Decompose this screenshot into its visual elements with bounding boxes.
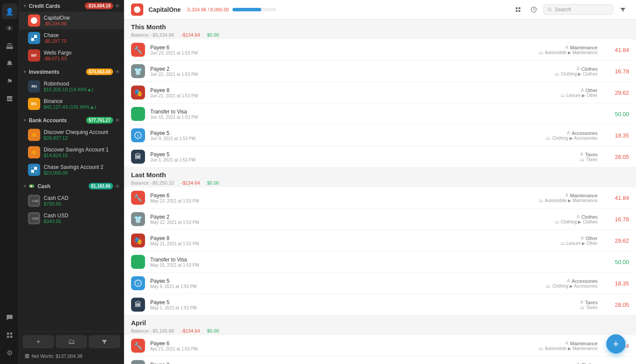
add-account-button[interactable]: + xyxy=(23,335,54,348)
top-bar-icons xyxy=(512,3,629,16)
search-input[interactable] xyxy=(555,7,609,13)
txn-amount-t1: 41.84 xyxy=(603,47,629,53)
transaction-row-lm1[interactable]: 🔧 Payee 6 May 23, 2021 at 1:53 PM A Main… xyxy=(124,187,636,209)
search-box xyxy=(543,4,613,15)
txn-info-t6: Payee 5 Jun 1, 2021 at 1:53 PM xyxy=(150,151,505,162)
transaction-row-lm4[interactable]: Transfer to Visa May 15, 2021 at 1:53 PM… xyxy=(124,251,636,273)
transaction-row-lm2[interactable]: 👕 Payee 2 May 22, 2021 at 1:53 PM A Clot… xyxy=(124,209,636,230)
add-fab-button[interactable]: + xyxy=(606,334,626,354)
txn-icon-t6: 🏛 xyxy=(131,150,145,164)
txn-info-t4: Transfer to Visa Jun 15, 2021 at 1:53 PM xyxy=(150,109,505,120)
account-name-chase-sav: Chase Savings Account 2 xyxy=(44,164,120,170)
filter-button[interactable] xyxy=(89,335,120,348)
svg-point-16 xyxy=(32,133,36,137)
sidebar-section-header-cash[interactable]: ▼ 💵 Cash $1,183.86 👁 xyxy=(19,180,124,192)
main-content: C1 CapitalOne -5,334.96 / 8,000.00 xyxy=(124,0,636,364)
txn-category-t6: A Taxes 🗂 Taxes xyxy=(510,152,598,162)
sidebar-item-eye[interactable]: 👁 xyxy=(2,21,17,37)
transaction-row-t3[interactable]: 🎭 Payee 8 Jun 21, 2021 at 1:53 PM A Othe… xyxy=(124,82,636,103)
transaction-row-t4[interactable]: Transfer to Visa Jun 15, 2021 at 1:53 PM… xyxy=(124,103,636,125)
txn-name-ap1: Payee 6 xyxy=(150,340,505,347)
sidebar-item-settings[interactable]: ⚙ xyxy=(2,345,17,361)
sidebar-section-header-credit-cards[interactable]: ▼ Credit Cards -$16,604.19 👁 xyxy=(19,0,124,12)
sidebar-account-chase-sav[interactable]: Chase Savings Account 2 $23,000.00 xyxy=(19,161,124,179)
txn-name-lm1: Payee 6 xyxy=(150,192,505,199)
transaction-row-lm3[interactable]: 🎭 Payee 8 May 21, 2021 at 1:53 PM A Othe… xyxy=(124,230,636,251)
sidebar-section-header-investments[interactable]: ▼ Investments $74,663.44 👁 xyxy=(19,66,124,78)
txn-cat-secondary-t2: 🗂 Clothing ▶ Clothes xyxy=(510,72,598,76)
account-name-discover-chq: Discover Chequing Account xyxy=(44,129,120,135)
month-summary-last-month: Balance: -$5,250.32 -$134.64 $0.00 xyxy=(131,180,629,185)
account-icon-discover-chq xyxy=(28,129,40,141)
sidebar-account-capital-one[interactable]: C1 CapitalOne -$5,334.96 xyxy=(19,12,124,29)
chevron-icon: ▼ xyxy=(23,3,27,8)
eye-icon-bank[interactable]: 👁 xyxy=(115,117,120,124)
eye-icon-investments[interactable]: 👁 xyxy=(115,69,120,75)
transaction-row-t6[interactable]: 🏛 Payee 5 Jun 1, 2021 at 1:53 PM A Taxes… xyxy=(124,146,636,168)
sidebar-account-discover-sav[interactable]: Discover Savings Account 1 $14,824.15 xyxy=(19,144,124,161)
txn-name-t2: Payee 2 xyxy=(150,66,505,72)
txn-cat-secondary-ap1: 🗂 Automobile ▶ Maintenance xyxy=(510,346,598,351)
eye-icon-cash[interactable]: 👁 xyxy=(115,183,120,189)
account-name-cash-cad: Cash CAD xyxy=(44,195,120,201)
section-badge-bank: $77,761.27 xyxy=(86,117,113,124)
transaction-row-ap2[interactable]: 👕 Payee 2 Apr 22, 2021 at 1:53 PM A Clot… xyxy=(124,357,636,364)
folder-button[interactable]: 🗂 xyxy=(56,335,87,348)
transaction-row-ap1[interactable]: 🔧 Payee 6 Apr 23, 2021 at 1:53 PM A Main… xyxy=(124,335,636,357)
account-name-chase: Chase xyxy=(44,32,120,38)
account-info-chase: Chase -$5,197.70 xyxy=(44,32,120,44)
account-balance-cash-cad: $759.56 xyxy=(44,201,120,206)
month-header-april: April Balance: -$5,165.68 -$134.64 $0.00 xyxy=(124,316,636,335)
txn-cat-primary-lm2: A Clothes xyxy=(510,214,598,220)
sidebar-item-avatar[interactable]: 👤 xyxy=(2,3,17,19)
transaction-row-lm5[interactable]: Payee 5 May 9, 2021 at 1:53 PM A Accesso… xyxy=(124,273,636,294)
txn-cat-primary-t1: A Maintenance xyxy=(510,45,598,50)
chevron-icon-bank: ▼ xyxy=(23,118,27,123)
sidebar-account-discover-chq[interactable]: Discover Chequing Account $39,937.12 xyxy=(19,126,124,144)
transaction-row-lm6[interactable]: 🏛 Payee 5 May 1, 2021 at 1:53 PM A Taxes… xyxy=(124,294,636,316)
account-balance-chase: -$5,197.70 xyxy=(44,38,120,44)
transaction-row-t1[interactable]: 🔧 Payee 6 Jun 23, 2021 at 1:53 PM A Main… xyxy=(124,39,636,61)
txn-name-lm2: Payee 2 xyxy=(150,214,505,220)
sidebar-account-binance[interactable]: BN Binance $45,127.43 (191.94%▲) xyxy=(19,95,124,113)
svg-point-18 xyxy=(32,150,36,155)
clock-button[interactable] xyxy=(528,3,540,16)
transaction-row-t2[interactable]: 👕 Payee 2 Jun 22, 2021 at 1:53 PM A Clot… xyxy=(124,61,636,82)
sidebar-account-cash-usd[interactable]: USD Cash USD $343.55 xyxy=(19,209,124,227)
sidebar-account-cash-cad[interactable]: CAD Cash CAD $759.56 xyxy=(19,192,124,209)
txn-name-lm5: Payee 5 xyxy=(150,278,505,284)
sidebar: ▼ Credit Cards -$16,604.19 👁 C1 CapitalO… xyxy=(19,0,124,364)
sidebar-account-wells-fargo[interactable]: WF Wells Fargo -$8,071.53 xyxy=(19,47,124,64)
sidebar-section-cash: ▼ 💵 Cash $1,183.86 👁 CAD Cash CAD $759.5… xyxy=(19,180,124,227)
account-info-discover-sav: Discover Savings Account 1 $14,824.15 xyxy=(44,147,120,158)
sidebar-item-apps[interactable] xyxy=(2,327,17,343)
sidebar-item-flag[interactable]: ⚑ xyxy=(2,73,17,89)
eye-icon-credit-cards[interactable]: 👁 xyxy=(115,3,120,9)
grid-view-button[interactable] xyxy=(512,3,524,16)
txn-cat-primary-lm1: A Maintenance xyxy=(510,193,598,198)
account-info-robinhood: Robinhood $15,326.10 (14.49%▲) xyxy=(44,81,120,92)
txn-amount-lm3: 29.62 xyxy=(603,237,629,244)
transaction-row-t5[interactable]: Payee 5 Jun 9, 2021 at 1:53 PM A Accesso… xyxy=(124,125,636,146)
sidebar-item-bank[interactable] xyxy=(2,38,17,54)
account-balance-binance: $45,127.43 (191.94%▲) xyxy=(44,104,120,110)
account-name-capital-one: CapitalOne xyxy=(44,15,120,21)
account-header-icon: C1 xyxy=(131,3,143,16)
sidebar-account-chase[interactable]: Chase -$5,197.70 xyxy=(19,29,124,47)
txn-info-t2: Payee 2 Jun 22, 2021 at 1:53 PM xyxy=(150,66,505,77)
sidebar-item-bell[interactable] xyxy=(2,56,17,72)
sidebar-item-chat[interactable] xyxy=(2,310,17,326)
settings-filter-button[interactable] xyxy=(617,3,629,16)
txn-category-t3: A Other 🗂 Leisure ▶ Other xyxy=(510,88,598,98)
txn-amount-t2: 16.78 xyxy=(603,68,629,75)
sidebar-item-chart[interactable] xyxy=(2,91,17,106)
section-badge-credit-cards: -$16,604.19 xyxy=(85,3,113,9)
txn-amount-t3: 29.62 xyxy=(603,89,629,96)
sidebar-account-robinhood[interactable]: RH Robinhood $15,326.10 (14.49%▲) xyxy=(19,78,124,95)
month-header-last-month: Last Month Balance: -$5,250.32 -$134.64 … xyxy=(124,168,636,187)
svg-text:RH: RH xyxy=(31,84,37,89)
txn-category-ap2: A Clothes 🗂 Clothing ▶ Clothes xyxy=(510,362,598,364)
sidebar-section-header-bank-accounts[interactable]: ▼ Bank Accounts $77,761.27 👁 xyxy=(19,114,124,126)
net-worth: Net Worth: $137,004.38 xyxy=(23,352,120,361)
txn-name-t5: Payee 5 xyxy=(150,130,505,136)
